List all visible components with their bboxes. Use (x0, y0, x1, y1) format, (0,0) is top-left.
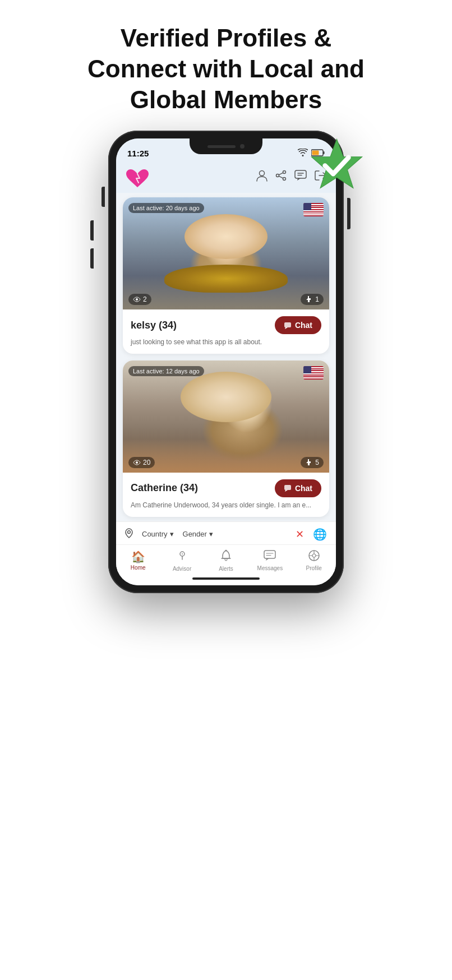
wifi-icon (298, 149, 308, 158)
chat-button-kelsy[interactable]: Chat (275, 316, 321, 334)
verified-badge (307, 136, 366, 195)
alerts-label: Alerts (219, 566, 233, 572)
phone-mockup: 11:25 (97, 131, 355, 593)
headline-text-3: Global Members (130, 86, 322, 113)
chat-label-kelsy: Chat (295, 321, 312, 330)
volume-up-button (90, 220, 94, 241)
advisor-label: Advisor (173, 566, 191, 572)
headline: Verified Profiles & Connect with Local a… (54, 0, 398, 131)
svg-marker-0 (311, 139, 362, 188)
home-icon: 🏠 (131, 550, 145, 563)
svg-point-16 (136, 461, 138, 464)
volume-down-button (90, 248, 94, 269)
globe-icon[interactable]: 🌐 (313, 528, 327, 541)
card-image-kelsy: Last active: 20 days ago 2 (123, 197, 329, 309)
chat-button-catherine[interactable]: Chat (275, 479, 321, 497)
svg-rect-10 (295, 170, 306, 178)
card-info-catherine: Catherine (34) Chat Am Catherine Underwo… (123, 473, 329, 517)
profile-bio-2: Am Catherine Underwood, 34 years older s… (131, 501, 321, 510)
card-info-kelsy: kelsy (34) Chat just looking to see what… (123, 309, 329, 354)
message-icon[interactable] (294, 170, 307, 184)
gender-arrow-icon: ▾ (209, 530, 213, 538)
flag-canton (303, 203, 311, 210)
messages-icon (264, 550, 276, 564)
nav-advisor[interactable]: Advisor (165, 549, 199, 572)
kelsy-photo (123, 197, 329, 309)
home-indicator (116, 574, 336, 585)
card-image-catherine: Last active: 12 days ago 20 (123, 360, 329, 473)
views-count-2: 20 (143, 459, 150, 466)
clear-filter-icon[interactable]: ✕ (296, 528, 304, 540)
views-badge-2: 20 (128, 457, 155, 468)
advisor-icon (176, 549, 188, 565)
country-label: Country (142, 530, 168, 538)
svg-point-7 (283, 177, 286, 180)
phone-frame: 11:25 (108, 131, 344, 593)
share-icon[interactable] (275, 170, 287, 184)
profile-card: Last active: 12 days ago 20 (123, 360, 329, 517)
profile-name: kelsy (34) (131, 320, 177, 331)
svg-rect-17 (284, 485, 291, 490)
last-active-badge-2: Last active: 12 days ago (128, 366, 204, 376)
phone-notch (190, 138, 262, 154)
nav-alerts[interactable]: Alerts (209, 549, 243, 572)
views-count: 2 (143, 295, 147, 303)
likes-badge: 1 (301, 294, 324, 305)
svg-point-14 (136, 298, 138, 301)
svg-point-26 (312, 554, 316, 557)
gender-filter[interactable]: Gender ▾ (183, 530, 213, 538)
nav-messages[interactable]: Messages (253, 550, 287, 571)
speaker (207, 145, 236, 148)
gender-label: Gender (183, 530, 207, 538)
nav-home[interactable]: 🏠 Home (121, 550, 155, 571)
svg-rect-15 (284, 322, 291, 327)
profile-name-2: Catherine (34) (131, 482, 198, 494)
bottom-nav: 🏠 Home Advisor (116, 544, 336, 574)
country-flag-kelsy (303, 203, 324, 216)
profile-bio: just looking to see what this app is all… (131, 338, 321, 347)
last-active-badge: Last active: 20 days ago (128, 203, 204, 213)
phone-screen: 11:25 (116, 138, 336, 585)
catherine-photo (123, 360, 329, 473)
profile-card: Last active: 20 days ago 2 (123, 197, 329, 354)
home-bar (192, 577, 260, 580)
likes-badge-2: 5 (301, 457, 324, 468)
svg-line-9 (279, 173, 283, 175)
headline-text-2: Connect with Local and (87, 55, 365, 82)
card-stats-catherine: 20 5 (128, 457, 324, 468)
card-name-row: kelsy (34) Chat (131, 316, 321, 334)
svg-point-6 (276, 174, 279, 177)
svg-point-21 (225, 549, 227, 551)
home-label: Home (131, 565, 146, 571)
messages-label: Messages (257, 565, 283, 571)
country-filter[interactable]: Country ▾ (142, 530, 174, 538)
alerts-icon (220, 549, 232, 565)
time-display: 11:25 (127, 145, 149, 158)
country-arrow-icon: ▾ (170, 530, 174, 538)
nav-profile[interactable]: Profile (297, 550, 331, 571)
svg-point-18 (128, 530, 131, 533)
flag-canton-2 (303, 366, 311, 373)
profiles-list: Last active: 20 days ago 2 (116, 193, 336, 521)
profile-icon (308, 550, 320, 564)
app-header (116, 161, 336, 193)
front-camera (240, 144, 245, 149)
app-logo[interactable] (125, 166, 150, 187)
likes-count: 1 (315, 295, 319, 303)
likes-count-2: 5 (315, 459, 319, 466)
svg-rect-22 (264, 551, 275, 558)
card-stats-kelsy: 2 1 (128, 294, 324, 305)
svg-point-4 (260, 170, 265, 175)
views-badge: 2 (128, 294, 151, 305)
svg-point-20 (182, 553, 183, 554)
person-icon[interactable] (256, 169, 267, 184)
card-name-row-2: Catherine (34) Chat (131, 479, 321, 497)
country-flag-catherine (303, 366, 324, 380)
profile-label: Profile (306, 565, 322, 571)
chat-label-catherine: Chat (295, 484, 312, 493)
headline-text: Verified Profiles & (121, 24, 332, 52)
svg-point-5 (283, 170, 286, 173)
svg-line-8 (279, 176, 283, 178)
location-pin-icon (125, 528, 133, 540)
bottom-filters: Country ▾ Gender ▾ ✕ 🌐 (116, 521, 336, 544)
